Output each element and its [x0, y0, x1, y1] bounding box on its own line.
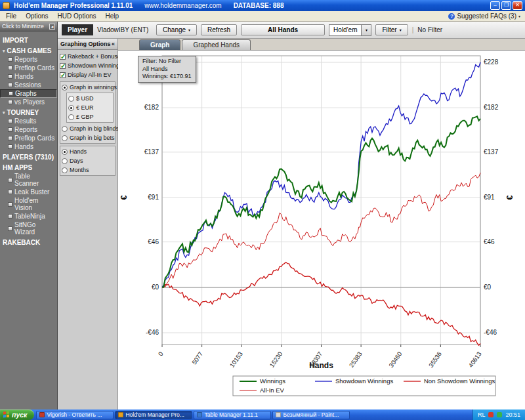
sidebar-section-rakeback[interactable]: RAKEBACK — [0, 236, 57, 247]
sidebar-section-tourney[interactable]: ▾TOURNEY — [0, 106, 57, 117]
sidebar-item-results[interactable]: Results — [0, 117, 57, 125]
window-title-database: DATABASE: 888 — [234, 2, 284, 9]
sidebar: Click to Minimize ◄ IMPORT▾CASH GAMESRep… — [0, 22, 58, 410]
radio-graph-in-big-bets[interactable]: Graph in big bets — [60, 133, 115, 142]
radio-days[interactable]: Days — [60, 156, 115, 165]
sidebar-item-hands[interactable]: Hands — [0, 72, 57, 81]
sidebar-item-label: Leak Buster — [14, 188, 49, 196]
sidebar-section-players-7310[interactable]: PLAYERS (7310) — [0, 151, 57, 161]
x-tick-label: 5077 — [190, 350, 204, 366]
start-button-label: пуск — [12, 411, 27, 419]
menu-options[interactable]: Options — [21, 12, 52, 20]
sidebar-item-label: Hold'em Vision — [14, 197, 56, 211]
y-axis-title-right: € — [505, 195, 514, 200]
minimize-icon[interactable]: – — [490, 1, 500, 10]
list-item-icon — [8, 202, 12, 207]
tray-status-icon[interactable] — [497, 412, 502, 417]
legend-label: Showdown Winnings — [335, 377, 393, 385]
taskbar-button-paint[interactable]: Безымянный - Paint... — [272, 411, 350, 419]
radio-label: Days — [70, 158, 83, 164]
legend-label: Winnings — [260, 377, 285, 385]
list-item-icon — [8, 100, 12, 104]
sidebar-section-hm-apps[interactable]: HM APPS — [0, 161, 57, 172]
close-icon[interactable]: ✕ — [513, 1, 522, 10]
legend-label: Non Showdown Winnings — [424, 377, 495, 385]
refresh-button[interactable]: Refresh — [201, 24, 237, 35]
tab-graphed-hands[interactable]: Graphed Hands — [182, 39, 251, 50]
radio-months[interactable]: Months — [60, 165, 115, 175]
graphing-options-header[interactable]: Graphing Options « — [58, 39, 117, 50]
sidebar-item-sitngo-wizard[interactable]: SitNGo Wizard — [0, 220, 57, 236]
tab-graph[interactable]: Graph — [139, 39, 180, 50]
checkbox-rakeback-bonuses[interactable]: ✓Rakeback + Bonuses — [58, 52, 117, 61]
radio-icon — [62, 158, 68, 164]
sidebar-item-label: Hands — [14, 73, 33, 80]
all-hands-button[interactable]: All Hands — [241, 24, 325, 35]
radio-icon — [68, 96, 74, 102]
taskbar-button-table-manager-1-11-1[interactable]: Table Manager 1.11.1 — [194, 411, 271, 419]
sidebar-section-cash-games[interactable]: ▾CASH GAMES — [0, 45, 57, 55]
tray-app-icon[interactable] — [488, 412, 494, 417]
y-tick-label-right: €228 — [484, 58, 499, 66]
taskbar-button-hold-em-manager-pro[interactable]: Hold'em Manager Pro... — [115, 411, 192, 419]
taskbar-button-vigorish[interactable]: Vigorish - Ответить ... — [36, 411, 114, 419]
sidebar-item-label: Reports — [14, 126, 37, 133]
app-icon — [3, 2, 10, 9]
chevron-down-icon: ▾ — [400, 28, 402, 32]
maximize-icon[interactable]: ❐ — [501, 1, 511, 10]
sidebar-section-import[interactable]: IMPORT — [0, 34, 57, 45]
chevron-down-icon: ▾ — [518, 14, 520, 18]
sidebar-item-leak-buster[interactable]: Leak Buster — [0, 188, 57, 196]
sidebar-item-reports[interactable]: Reports — [0, 55, 57, 64]
suggested-faqs[interactable]: ? Suggested FAQs (3) ▾ — [448, 12, 524, 20]
x-tick-label: 0 — [157, 350, 165, 358]
main-area: Click to Minimize ◄ IMPORT▾CASH GAMESRep… — [0, 22, 525, 410]
checkbox-display-all-in-ev[interactable]: ✓Display All-In EV — [58, 70, 117, 79]
collapse-left-icon[interactable]: « — [112, 41, 115, 47]
filter-button[interactable]: Filter ▾ — [375, 24, 408, 35]
suggested-faqs-label: Suggested FAQs (3) — [457, 12, 516, 20]
sidebar-item-hands[interactable]: Hands — [0, 142, 57, 151]
menu-help[interactable]: Help — [101, 12, 124, 20]
radio-graph-in-winnings[interactable]: Graph in winnings — [60, 83, 115, 92]
language-indicator[interactable]: RL — [478, 411, 486, 418]
taskbar-button-label: Hold'em Manager Pro... — [125, 411, 184, 418]
info-filter-line: Filter: No Filter — [142, 58, 192, 66]
sidebar-item-vs-players[interactable]: vs Players — [0, 98, 57, 106]
sidebar-minimize-bar[interactable]: Click to Minimize ◄ — [0, 22, 57, 32]
sidebar-item-table-scanner[interactable]: Table Scanner — [0, 172, 57, 188]
radio-hands[interactable]: Hands — [60, 147, 115, 156]
change-player-button[interactable]: Change ▾ — [156, 24, 197, 35]
menu-file[interactable]: File — [1, 12, 21, 20]
radio-graph-in-big-blinds[interactable]: Graph in big blinds — [60, 124, 115, 133]
y-tick-label-left: -€46 — [146, 329, 159, 336]
radio-gbp[interactable]: £ GBP — [67, 112, 113, 121]
sidebar-item-preflop-cards[interactable]: Preflop Cards — [0, 64, 57, 72]
checkbox-showdown-winnings[interactable]: ✓Showdown Winnings — [58, 61, 117, 70]
radio-eur[interactable]: € EUR — [67, 103, 113, 112]
radio-label: Months — [70, 167, 89, 173]
sidebar-minimize-label: Click to Minimize — [2, 23, 44, 30]
chevron-down-icon[interactable]: ▾ — [361, 25, 371, 35]
radio-usd[interactable]: $ USD — [67, 94, 113, 103]
sidebar-item-graphs[interactable]: Graphs — [0, 89, 57, 98]
list-item-icon — [8, 178, 12, 182]
collapse-left-icon: ◄ — [49, 24, 55, 30]
sidebar-item-preflop-cards[interactable]: Preflop Cards — [0, 134, 57, 142]
sidebar-item-tableninja[interactable]: TableNinja — [0, 212, 57, 220]
sidebar-item-reports[interactable]: Reports — [0, 125, 57, 134]
y-tick-label-right: €182 — [484, 104, 499, 111]
sidebar-item-sessions[interactable]: Sessions — [0, 81, 57, 89]
y-tick-label-left: €137 — [144, 148, 159, 156]
sidebar-item-label: vs Players — [14, 98, 45, 106]
window-icon — [39, 412, 45, 417]
window-title-url: www.holdemmanager.com — [144, 2, 221, 9]
start-button[interactable]: пуск — [0, 410, 34, 420]
period-group: HandsDaysMonths — [60, 146, 116, 176]
game-type-select[interactable]: Hold'em ▾ — [329, 24, 371, 36]
sidebar-item-hold-em-vision[interactable]: Hold'em Vision — [0, 196, 57, 212]
menu-hud-options[interactable]: HUD Options — [53, 12, 101, 20]
x-tick-label: 40613 — [467, 350, 482, 369]
y-tick-label-left: €46 — [148, 238, 159, 245]
currency-group: $ USD€ EUR£ GBP — [66, 93, 114, 123]
